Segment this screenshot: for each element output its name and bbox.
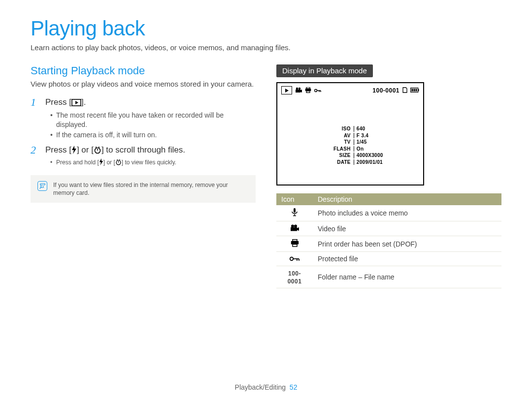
note-box: If you want to view files stored in the …: [31, 175, 256, 203]
svg-rect-34: [293, 245, 297, 247]
footer-page: 52: [290, 383, 298, 391]
step-1-bullets: The most recent file you have taken or r…: [31, 111, 256, 140]
svg-rect-15: [306, 91, 310, 93]
self-timer-icon: [115, 159, 122, 165]
sub-post: ] to view files quickly.: [122, 159, 176, 166]
bullet: If the camera is off, it will turn on.: [50, 130, 256, 140]
lcd-label: SIZE: [333, 153, 353, 158]
table-row: Video file: [276, 221, 501, 236]
svg-point-35: [290, 257, 294, 261]
lcd-label: FLASH: [333, 146, 353, 152]
row-desc: Video file: [313, 221, 501, 236]
print-icon: [276, 236, 313, 252]
steps: 1 Press []. The most recent file you hav…: [31, 96, 256, 166]
key-icon: [314, 88, 321, 93]
step-text: Press [].: [45, 97, 86, 107]
step-2-bullets: Press and hold [] or [] to view files qu…: [31, 158, 256, 166]
step-number: 1: [31, 96, 40, 109]
page-subtitle: Learn actions to play back photos, video…: [31, 43, 501, 52]
row-desc: Protected file: [313, 252, 501, 266]
footer-section: Playback/Editing: [235, 383, 286, 391]
playback-button-icon: [71, 99, 81, 106]
svg-rect-30: [291, 227, 297, 231]
sub-pre: Press and hold [: [56, 159, 99, 166]
table-row: Photo includes a voice memo: [276, 205, 501, 221]
card-icon: [402, 87, 407, 94]
lcd-label: AV: [333, 133, 353, 139]
row-desc: Folder name – File name: [313, 266, 501, 288]
text-post: ].: [81, 97, 86, 107]
table-row: Print order has been set (DPOF): [276, 236, 501, 252]
svg-point-16: [315, 89, 317, 92]
text-pre: Press [: [45, 97, 71, 107]
page: Playing back Learn actions to play back …: [0, 0, 532, 401]
svg-marker-8: [285, 89, 289, 93]
battery-icon: [410, 88, 419, 93]
text-pre: Press [: [45, 145, 71, 154]
section-intro: View photos or play videos and voice mem…: [31, 79, 256, 89]
svg-rect-24: [418, 89, 419, 91]
right-column: Display in Playback mode 100-0001 ISO640…: [276, 64, 501, 288]
columns: Starting Playback mode View photos or pl…: [31, 64, 501, 288]
svg-marker-5: [100, 158, 103, 165]
key-icon: [276, 252, 313, 266]
note-text: If you want to view files stored in the …: [53, 181, 249, 197]
playback-mode-icon: [281, 86, 292, 94]
step-head: 1 Press [].: [31, 96, 256, 109]
svg-rect-25: [294, 208, 296, 213]
lcd-file-label: 100-0001: [372, 87, 399, 94]
flash-icon: [99, 158, 103, 165]
video-icon: [295, 87, 302, 94]
lcd-value: On: [354, 146, 385, 152]
svg-point-10: [299, 87, 301, 90]
table-row: Protected file: [276, 252, 501, 266]
step-head: 2 Press [] or [] to scroll through files…: [31, 144, 256, 156]
row-desc: Print order has been set (DPOF): [313, 236, 501, 252]
lcd-label: DATE: [333, 159, 353, 165]
step-text: Press [] or [] to scroll through files.: [45, 145, 185, 155]
bullet: Press and hold [] or [] to view files qu…: [50, 158, 256, 166]
step-2: 2 Press [] or [] to scroll through files…: [31, 144, 256, 166]
page-footer: Playback/Editing 52: [0, 383, 532, 391]
lcd-value: 4000X3000: [354, 153, 385, 158]
svg-rect-33: [291, 241, 298, 245]
lcd-info-block: ISO640 AVF 3.4 TV1/45 FLASHOn SIZE4000X3…: [332, 125, 386, 166]
text-mid: ] or [: [77, 145, 94, 154]
svg-marker-2: [72, 146, 76, 154]
svg-rect-32: [293, 240, 297, 242]
svg-point-9: [296, 87, 299, 90]
sub-mid: ] or [: [103, 159, 115, 166]
svg-rect-14: [305, 89, 311, 91]
lcd-value: F 3.4: [354, 133, 385, 139]
lcd-top-bar: 100-0001: [277, 83, 423, 94]
page-title: Playing back: [31, 17, 501, 40]
svg-rect-21: [412, 89, 413, 91]
lcd-label: TV: [333, 139, 353, 145]
display-pill: Display in Playback mode: [276, 64, 373, 77]
self-timer-icon: [94, 146, 101, 154]
left-column: Starting Playback mode View photos or pl…: [31, 64, 256, 288]
microphone-icon: [276, 205, 313, 221]
svg-point-28: [291, 225, 294, 228]
text-post: ] to scroll through files.: [101, 145, 185, 154]
video-icon: [276, 221, 313, 236]
table-row: 100-0001 Folder name – File name: [276, 266, 501, 288]
svg-marker-12: [300, 90, 302, 93]
bullet: The most recent file you have taken or r…: [50, 111, 256, 129]
step-1: 1 Press []. The most recent file you hav…: [31, 96, 256, 140]
svg-point-29: [294, 225, 297, 228]
step-number: 2: [31, 144, 40, 156]
icon-description-table: Icon Description Photo includes a voice …: [276, 193, 501, 288]
row-desc: Photo includes a voice memo: [313, 205, 501, 221]
lcd-value: 640: [354, 126, 385, 132]
svg-rect-11: [296, 90, 300, 93]
svg-rect-13: [306, 87, 310, 89]
lcd-label: ISO: [333, 126, 353, 132]
th-icon: Icon: [276, 193, 313, 205]
th-desc: Description: [313, 193, 501, 205]
lcd-value: 2009/01/01: [354, 159, 385, 165]
svg-marker-1: [75, 101, 78, 104]
section-title: Starting Playback mode: [31, 64, 256, 77]
svg-marker-31: [297, 227, 299, 231]
folder-file-label: 100-0001: [276, 266, 313, 288]
